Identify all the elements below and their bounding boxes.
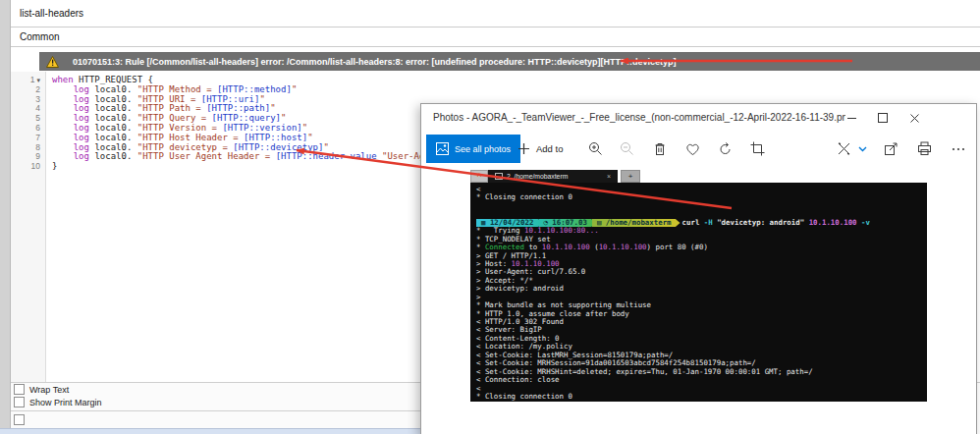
edit-create-button[interactable]: [836, 140, 852, 157]
extra-checkbox[interactable]: [14, 414, 25, 425]
mobaxterm-tabbar: ^ 2. /home/mobaxterm × +: [470, 170, 927, 183]
photos-window-title: Photos - AGORA_-_TeamViewer_-_Free_licen…: [421, 104, 845, 132]
prompt-command: "devicetyp: android": [717, 218, 808, 227]
up-chevron-icon: ^: [477, 172, 482, 181]
terminal-tab-icon: [495, 173, 503, 180]
photos-icon: [436, 142, 449, 155]
zoom-out-button[interactable]: [619, 140, 635, 157]
add-to-label: Add to: [536, 143, 563, 154]
terminal-line: [476, 202, 921, 210]
terminal-line: < Connection: close: [476, 376, 921, 384]
new-tab-button: +: [621, 170, 640, 183]
error-banner: 01070151:3: Rule [/Common/list-all-heade…: [39, 52, 980, 71]
terminal-tab-title: 2. /home/mobaxterm: [507, 173, 568, 180]
warning-icon: [46, 56, 59, 68]
zoom-out-icon: [620, 141, 634, 156]
maximize-button[interactable]: [873, 104, 893, 132]
prompt-command: -H: [704, 218, 717, 227]
see-all-photos-button[interactable]: See all photos: [426, 135, 520, 163]
photos-window: Photos - AGORA_-_TeamViewer_-_Free_licen…: [420, 103, 977, 434]
maximize-icon: [878, 113, 888, 123]
bottom-status-bar: [0, 428, 420, 434]
extra-option-row: [11, 411, 420, 428]
new-tab-icon: +: [628, 172, 633, 181]
terminal-line: > User-Agent: curl/7.65.0: [476, 268, 921, 276]
trash-icon: [653, 141, 667, 156]
photos-titlebar[interactable]: Photos - AGORA_-_TeamViewer_-_Free_licen…: [421, 104, 976, 132]
see-all-photos-label: See all photos: [455, 144, 511, 154]
prompt-cwd-segment: ▤ /home/mobaxterm: [592, 219, 681, 227]
wrap-text-checkbox[interactable]: [14, 384, 25, 395]
zoom-in-button[interactable]: [587, 140, 604, 157]
terminal-tab: 2. /home/mobaxterm ×: [488, 170, 618, 183]
plus-icon: [517, 142, 530, 155]
line-number: 10: [11, 162, 45, 172]
heart-icon: [685, 142, 700, 156]
see-more-button[interactable]: [950, 140, 966, 157]
left-frame-strip: [0, 0, 11, 434]
crop-button[interactable]: [749, 140, 766, 157]
edit-create-icon: [837, 141, 851, 156]
close-button[interactable]: [904, 104, 924, 132]
chevron-down-icon: [858, 146, 867, 152]
prompt-command: 10.1.10.100: [809, 218, 861, 227]
edit-create-dropdown[interactable]: [856, 140, 868, 157]
delete-button[interactable]: [651, 140, 668, 157]
prompt-date-segment: ▦ 12/04/2022: [476, 219, 542, 227]
prompt-command: -v: [861, 218, 870, 227]
fold-icon[interactable]: ▾: [35, 77, 40, 83]
error-message: 01070151:3: Rule [/Common/list-all-heade…: [73, 57, 677, 67]
tab-scroll-up: ^: [470, 170, 488, 183]
minimize-button[interactable]: [842, 104, 861, 132]
close-icon: [910, 114, 919, 123]
show-print-margin-row: Show Print Margin: [11, 396, 420, 408]
terminal-line: > devicetyp: android: [476, 285, 921, 293]
terminal-line: < HTTP/1.0 302 Found: [476, 318, 921, 326]
crop-icon: [750, 141, 765, 156]
photos-toolbar: See all photos Add to: [421, 132, 976, 167]
wrap-text-row: Wrap Text: [11, 383, 420, 396]
share-icon: [884, 141, 898, 156]
print-button[interactable]: [916, 140, 933, 157]
terminal-output: <* Closing connection 0 ▦ 12/04/2022◔ 16…: [470, 183, 927, 402]
show-print-margin-checkbox[interactable]: [14, 397, 25, 407]
favorite-button[interactable]: [684, 140, 701, 157]
ellipsis-icon: [952, 147, 965, 151]
show-print-margin-label: Show Print Margin: [29, 398, 102, 407]
line-number-gutter: 1 ▾2345678910: [11, 72, 46, 382]
bigip-irule-editor-page: list-all-headers Common 01070151:3: Rule…: [0, 0, 980, 434]
wrap-text-label: Wrap Text: [29, 385, 69, 395]
rotate-icon: [718, 141, 733, 156]
prompt-time-segment: ◔ 16:07.03: [538, 219, 596, 227]
terminal-line: * Closing connection 0: [476, 393, 921, 401]
photo-viewer-area: ^ 2. /home/mobaxterm × + <* Closing conn…: [421, 166, 976, 434]
tab-close-icon: ×: [607, 173, 611, 180]
zoom-in-icon: [588, 141, 603, 156]
partition-label: Common: [20, 31, 60, 42]
add-to-button[interactable]: Add to: [517, 135, 563, 163]
terminal-screenshot: ^ 2. /home/mobaxterm × + <* Closing conn…: [470, 170, 927, 402]
prompt-command: curl: [682, 218, 704, 227]
rule-name-label: list-all-headers: [20, 8, 83, 19]
partition-header: Common: [11, 27, 980, 47]
rule-name-header: list-all-headers: [11, 0, 980, 27]
minimize-icon: [847, 118, 856, 119]
editor-options: Wrap Text Show Print Margin: [11, 383, 420, 410]
share-button[interactable]: [883, 140, 899, 157]
rotate-button[interactable]: [717, 140, 734, 157]
print-icon: [917, 141, 932, 156]
terminal-line: ▦ 12/04/2022◔ 16:07.03▤ /home/mobaxtermc…: [476, 219, 921, 227]
terminal-line: * Closing connection 0: [476, 193, 921, 201]
